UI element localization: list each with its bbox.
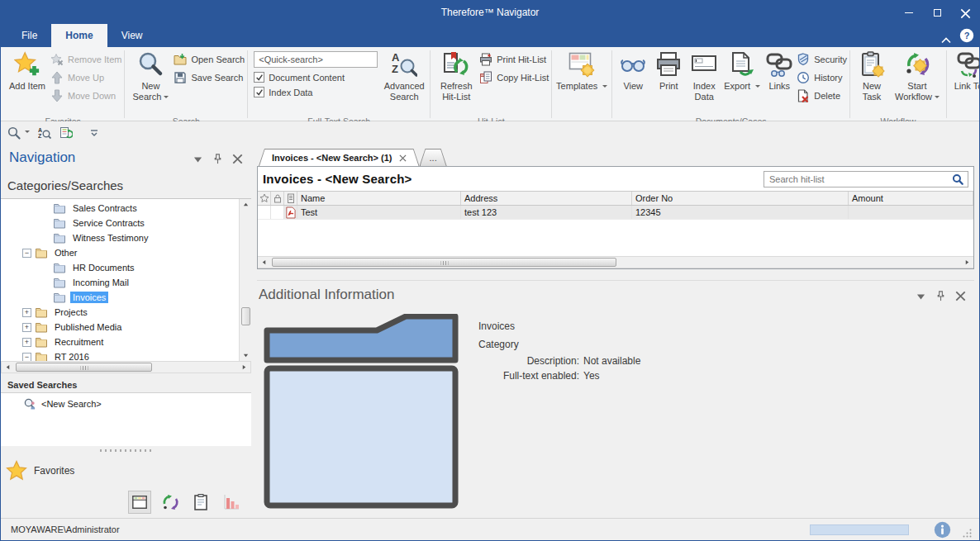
column-header-order-no[interactable]: Order No — [632, 192, 849, 205]
view-button[interactable]: View — [615, 48, 651, 116]
tree-item-incoming-mail[interactable]: Incoming Mail — [1, 275, 238, 290]
security-button[interactable]: Security — [797, 52, 847, 66]
scroll-left-icon[interactable] — [2, 362, 14, 373]
tree-item-service-contracts[interactable]: Service Contracts — [1, 216, 238, 230]
resize-grip[interactable] — [961, 527, 973, 539]
tree-vertical-scrollbar[interactable] — [239, 199, 251, 361]
tab-file[interactable]: File — [7, 24, 51, 47]
document-content-checkbox[interactable]: Document Content — [254, 72, 378, 83]
print-button[interactable]: Print — [651, 48, 686, 116]
links-button[interactable]: Links — [762, 48, 797, 116]
column-star-icon[interactable] — [258, 192, 271, 205]
tasks-view-button[interactable] — [189, 491, 212, 514]
tree-expander-icon[interactable]: − — [22, 249, 31, 258]
ribbon-group-templates: Templates — [552, 48, 611, 121]
additional-info-panel: Additional Information — [257, 280, 974, 518]
column-doc-icon[interactable] — [284, 192, 297, 205]
toolbar-overflow-button[interactable] — [88, 126, 101, 140]
column-lock-icon[interactable] — [271, 192, 284, 205]
tab-close-icon[interactable] — [399, 154, 407, 161]
add-item-button[interactable]: Add Item — [4, 48, 50, 116]
scrollbar-thumb[interactable] — [272, 258, 616, 267]
hitlist-row[interactable]: Testtest 12312345 — [258, 206, 973, 220]
tree-item-invoices[interactable]: Invoices — [1, 290, 238, 305]
tree-horizontal-scrollbar[interactable] — [1, 361, 251, 373]
tree-item-published-media[interactable]: +Published Media — [1, 320, 238, 335]
tree-expander-icon[interactable]: + — [22, 323, 31, 332]
hitlist-tab[interactable]: Invoices - <New Search> (1) — [259, 149, 420, 166]
move-down-button[interactable]: Move Down — [50, 88, 121, 102]
quick-search-input[interactable] — [254, 51, 378, 68]
history-button[interactable]: History — [797, 70, 847, 84]
move-up-button[interactable]: Move Up — [50, 70, 121, 84]
favorites-section[interactable]: Favorites — [1, 455, 251, 486]
tree-item-witness-testimony[interactable]: Witness Testimony — [1, 230, 238, 245]
tree-item-other[interactable]: −Other — [1, 245, 238, 260]
saved-search-item[interactable]: <New Search> — [1, 396, 251, 411]
minimize-button[interactable] — [895, 1, 923, 24]
tree-expander-icon[interactable]: + — [22, 308, 31, 317]
new-search-button[interactable]: New Search — [127, 48, 174, 116]
pin-icon[interactable] — [212, 153, 223, 164]
tree-expander-icon[interactable]: + — [22, 338, 31, 347]
close-icon[interactable] — [955, 290, 966, 301]
remove-item-button[interactable]: Remove Item — [50, 52, 121, 66]
close-button[interactable] — [951, 1, 979, 24]
templates-button[interactable]: Templates — [554, 48, 609, 116]
categories-view-button[interactable] — [128, 491, 151, 514]
info-object-type: Category — [478, 335, 640, 354]
close-icon — [960, 7, 971, 18]
tab-overflow[interactable]: ... — [420, 149, 447, 166]
info-icon[interactable] — [934, 521, 951, 539]
print-hitlist-button[interactable]: Print Hit-List — [479, 52, 549, 66]
column-header-name[interactable]: Name — [297, 192, 461, 205]
index-data-checkbox[interactable]: Index Data — [254, 87, 378, 97]
scrollbar-thumb[interactable] — [16, 363, 152, 372]
tree-item-hr-documents[interactable]: HR Documents — [1, 260, 238, 275]
column-header-amount[interactable]: Amount — [849, 192, 973, 205]
tree-item-recruitment[interactable]: +Recruitment — [1, 335, 238, 349]
close-icon[interactable] — [232, 153, 243, 164]
scroll-down-icon[interactable] — [240, 350, 252, 361]
scroll-right-icon[interactable] — [238, 362, 250, 373]
scroll-up-icon[interactable] — [240, 199, 252, 210]
tree-expander-icon[interactable]: − — [22, 353, 31, 362]
tab-view[interactable]: View — [107, 24, 157, 47]
pin-icon[interactable] — [935, 290, 946, 301]
scroll-left-icon[interactable] — [258, 257, 270, 268]
scrollbar-thumb[interactable] — [241, 307, 250, 325]
start-workflow-button[interactable]: Start Workflow — [891, 48, 944, 116]
az-search-tool-button[interactable]: AZ — [38, 126, 51, 140]
folder-icon — [35, 321, 48, 333]
export-button[interactable]: Export — [722, 48, 762, 116]
category-icon — [53, 292, 66, 303]
panel-splitter[interactable] — [1, 446, 251, 455]
search-tool-button[interactable] — [7, 126, 30, 140]
reports-view-button[interactable] — [220, 491, 243, 514]
column-header-address[interactable]: Address — [461, 192, 632, 205]
panel-menu-icon[interactable] — [916, 290, 926, 301]
maximize-button[interactable] — [923, 1, 951, 24]
hitlist-tab-label: Invoices - <New Search> (1) — [272, 153, 392, 163]
delete-button[interactable]: Delete — [797, 88, 847, 102]
open-search-button[interactable]: Open Search — [174, 52, 245, 66]
refresh-document-tool-button[interactable] — [59, 126, 73, 140]
tree-item-rt-2016[interactable]: −RT 2016 — [1, 349, 238, 361]
hitlist-horizontal-scrollbar[interactable] — [258, 256, 973, 268]
new-task-button[interactable]: New Task — [853, 48, 891, 116]
link-to-button[interactable]: Link To — [949, 48, 980, 116]
advanced-search-button[interactable]: AZ Advanced Search — [381, 48, 427, 116]
refresh-hitlist-button[interactable]: Refresh Hit-List — [433, 48, 479, 116]
save-search-button[interactable]: Save Search — [174, 70, 245, 84]
copy-hitlist-button[interactable]: Copy Hit-List — [479, 70, 549, 84]
index-data-button[interactable]: Index Data — [686, 48, 722, 116]
workflow-view-button[interactable] — [159, 491, 182, 514]
hitlist-search-input[interactable] — [764, 174, 952, 184]
panel-menu-icon[interactable] — [193, 153, 203, 164]
scroll-right-icon[interactable] — [961, 257, 973, 268]
tree-item-projects[interactable]: +Projects — [1, 305, 238, 320]
tree-item-sales-contracts[interactable]: Sales Contracts — [1, 201, 238, 216]
tab-home[interactable]: Home — [51, 24, 107, 47]
collapse-ribbon-icon[interactable] — [941, 32, 951, 39]
help-icon[interactable]: ? — [959, 28, 974, 43]
